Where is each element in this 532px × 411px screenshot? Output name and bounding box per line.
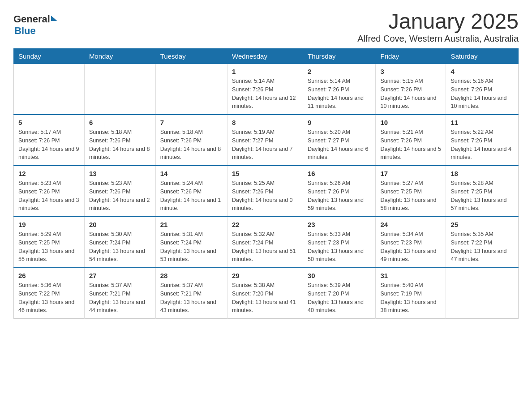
calendar-week-row: 26Sunrise: 5:36 AMSunset: 7:22 PMDayligh… — [14, 268, 519, 319]
calendar-cell: 19Sunrise: 5:29 AMSunset: 7:25 PMDayligh… — [14, 217, 85, 268]
day-info: Sunrise: 5:37 AMSunset: 7:21 PMDaylight:… — [160, 281, 223, 315]
day-info: Sunrise: 5:36 AMSunset: 7:22 PMDaylight:… — [18, 281, 80, 315]
day-info: Sunrise: 5:37 AMSunset: 7:21 PMDaylight:… — [89, 281, 151, 315]
day-info: Sunrise: 5:29 AMSunset: 7:25 PMDaylight:… — [18, 230, 80, 264]
day-number: 12 — [18, 170, 80, 177]
day-info: Sunrise: 5:32 AMSunset: 7:24 PMDaylight:… — [232, 230, 298, 264]
day-number: 14 — [160, 170, 223, 177]
day-info: Sunrise: 5:19 AMSunset: 7:27 PMDaylight:… — [232, 128, 298, 162]
calendar-week-row: 1Sunrise: 5:14 AMSunset: 7:26 PMDaylight… — [14, 64, 519, 115]
day-number: 6 — [89, 119, 151, 126]
day-number: 25 — [450, 221, 514, 228]
calendar-cell: 28Sunrise: 5:37 AMSunset: 7:21 PMDayligh… — [155, 268, 227, 319]
calendar-cell: 10Sunrise: 5:21 AMSunset: 7:26 PMDayligh… — [376, 115, 446, 166]
day-number: 31 — [380, 272, 441, 279]
column-header-monday: Monday — [84, 49, 155, 64]
calendar-cell: 8Sunrise: 5:19 AMSunset: 7:27 PMDaylight… — [227, 115, 303, 166]
calendar-cell: 18Sunrise: 5:28 AMSunset: 7:25 PMDayligh… — [446, 166, 519, 217]
day-info: Sunrise: 5:20 AMSunset: 7:27 PMDaylight:… — [308, 128, 371, 162]
calendar-cell: 23Sunrise: 5:33 AMSunset: 7:23 PMDayligh… — [303, 217, 375, 268]
logo-general-text: General — [13, 13, 50, 25]
day-info: Sunrise: 5:18 AMSunset: 7:26 PMDaylight:… — [89, 128, 151, 162]
column-header-wednesday: Wednesday — [227, 49, 303, 64]
calendar-header-row: SundayMondayTuesdayWednesdayThursdayFrid… — [14, 49, 519, 64]
day-number: 1 — [232, 68, 298, 75]
calendar-cell: 21Sunrise: 5:31 AMSunset: 7:24 PMDayligh… — [155, 217, 227, 268]
day-info: Sunrise: 5:24 AMSunset: 7:26 PMDaylight:… — [160, 179, 223, 213]
calendar-cell: 3Sunrise: 5:15 AMSunset: 7:26 PMDaylight… — [376, 64, 446, 115]
page-subtitle: Alfred Cove, Western Australia, Australi… — [357, 34, 519, 44]
day-info: Sunrise: 5:18 AMSunset: 7:26 PMDaylight:… — [160, 128, 223, 162]
day-number: 8 — [232, 119, 298, 126]
column-header-thursday: Thursday — [303, 49, 375, 64]
day-number: 29 — [232, 272, 298, 279]
day-info: Sunrise: 5:31 AMSunset: 7:24 PMDaylight:… — [160, 230, 223, 264]
calendar-cell — [14, 64, 85, 115]
calendar-cell: 31Sunrise: 5:40 AMSunset: 7:19 PMDayligh… — [376, 268, 446, 319]
day-info: Sunrise: 5:16 AMSunset: 7:26 PMDaylight:… — [450, 77, 514, 111]
page-title: January 2025 — [357, 9, 519, 34]
day-number: 11 — [450, 119, 514, 126]
day-number: 10 — [380, 119, 441, 126]
day-info: Sunrise: 5:40 AMSunset: 7:19 PMDaylight:… — [380, 281, 441, 315]
calendar-cell: 17Sunrise: 5:27 AMSunset: 7:25 PMDayligh… — [376, 166, 446, 217]
calendar-cell: 30Sunrise: 5:39 AMSunset: 7:20 PMDayligh… — [303, 268, 375, 319]
day-number: 24 — [380, 221, 441, 228]
calendar-cell: 12Sunrise: 5:23 AMSunset: 7:26 PMDayligh… — [14, 166, 85, 217]
day-number: 5 — [18, 119, 80, 126]
column-header-sunday: Sunday — [14, 49, 85, 64]
day-number: 9 — [308, 119, 371, 126]
logo-blue-text: Blue — [14, 25, 36, 36]
page-header: General Blue January 2025 Alfred Cove, W… — [13, 9, 519, 44]
calendar-week-row: 5Sunrise: 5:17 AMSunset: 7:26 PMDaylight… — [14, 115, 519, 166]
day-number: 17 — [380, 170, 441, 177]
calendar-cell: 16Sunrise: 5:26 AMSunset: 7:26 PMDayligh… — [303, 166, 375, 217]
day-info: Sunrise: 5:35 AMSunset: 7:22 PMDaylight:… — [450, 230, 514, 264]
day-number: 22 — [232, 221, 298, 228]
day-number: 16 — [308, 170, 371, 177]
day-info: Sunrise: 5:38 AMSunset: 7:20 PMDaylight:… — [232, 281, 298, 315]
day-number: 30 — [308, 272, 371, 279]
day-info: Sunrise: 5:17 AMSunset: 7:26 PMDaylight:… — [18, 128, 80, 162]
day-info: Sunrise: 5:33 AMSunset: 7:23 PMDaylight:… — [308, 230, 371, 264]
calendar-cell: 24Sunrise: 5:34 AMSunset: 7:23 PMDayligh… — [376, 217, 446, 268]
calendar-cell — [155, 64, 227, 115]
day-info: Sunrise: 5:26 AMSunset: 7:26 PMDaylight:… — [308, 179, 371, 213]
day-number: 27 — [89, 272, 151, 279]
day-number: 18 — [450, 170, 514, 177]
day-info: Sunrise: 5:27 AMSunset: 7:25 PMDaylight:… — [380, 179, 441, 213]
day-info: Sunrise: 5:14 AMSunset: 7:26 PMDaylight:… — [232, 77, 298, 111]
day-info: Sunrise: 5:22 AMSunset: 7:26 PMDaylight:… — [450, 128, 514, 162]
calendar-cell: 1Sunrise: 5:14 AMSunset: 7:26 PMDaylight… — [227, 64, 303, 115]
day-info: Sunrise: 5:21 AMSunset: 7:26 PMDaylight:… — [380, 128, 441, 162]
column-header-saturday: Saturday — [446, 49, 519, 64]
day-number: 4 — [450, 68, 514, 75]
calendar-cell: 4Sunrise: 5:16 AMSunset: 7:26 PMDaylight… — [446, 64, 519, 115]
day-info: Sunrise: 5:23 AMSunset: 7:26 PMDaylight:… — [89, 179, 151, 213]
day-info: Sunrise: 5:23 AMSunset: 7:26 PMDaylight:… — [18, 179, 80, 213]
calendar-cell: 14Sunrise: 5:24 AMSunset: 7:26 PMDayligh… — [155, 166, 227, 217]
day-number: 26 — [18, 272, 80, 279]
calendar-cell: 13Sunrise: 5:23 AMSunset: 7:26 PMDayligh… — [84, 166, 155, 217]
calendar-cell: 27Sunrise: 5:37 AMSunset: 7:21 PMDayligh… — [84, 268, 155, 319]
day-number: 23 — [308, 221, 371, 228]
calendar-cell — [84, 64, 155, 115]
calendar-cell: 25Sunrise: 5:35 AMSunset: 7:22 PMDayligh… — [446, 217, 519, 268]
calendar-cell: 20Sunrise: 5:30 AMSunset: 7:24 PMDayligh… — [84, 217, 155, 268]
calendar-week-row: 12Sunrise: 5:23 AMSunset: 7:26 PMDayligh… — [14, 166, 519, 217]
calendar-cell: 7Sunrise: 5:18 AMSunset: 7:26 PMDaylight… — [155, 115, 227, 166]
calendar-cell: 5Sunrise: 5:17 AMSunset: 7:26 PMDaylight… — [14, 115, 85, 166]
day-number: 2 — [308, 68, 371, 75]
day-info: Sunrise: 5:39 AMSunset: 7:20 PMDaylight:… — [308, 281, 371, 315]
day-number: 7 — [160, 119, 223, 126]
calendar-cell: 6Sunrise: 5:18 AMSunset: 7:26 PMDaylight… — [84, 115, 155, 166]
column-header-friday: Friday — [376, 49, 446, 64]
calendar-cell — [446, 268, 519, 319]
calendar-cell: 29Sunrise: 5:38 AMSunset: 7:20 PMDayligh… — [227, 268, 303, 319]
calendar-cell: 26Sunrise: 5:36 AMSunset: 7:22 PMDayligh… — [14, 268, 85, 319]
day-number: 3 — [380, 68, 441, 75]
day-info: Sunrise: 5:14 AMSunset: 7:26 PMDaylight:… — [308, 77, 371, 111]
calendar-cell: 2Sunrise: 5:14 AMSunset: 7:26 PMDaylight… — [303, 64, 375, 115]
title-area: January 2025 Alfred Cove, Western Austra… — [357, 9, 519, 44]
day-info: Sunrise: 5:30 AMSunset: 7:24 PMDaylight:… — [89, 230, 151, 264]
